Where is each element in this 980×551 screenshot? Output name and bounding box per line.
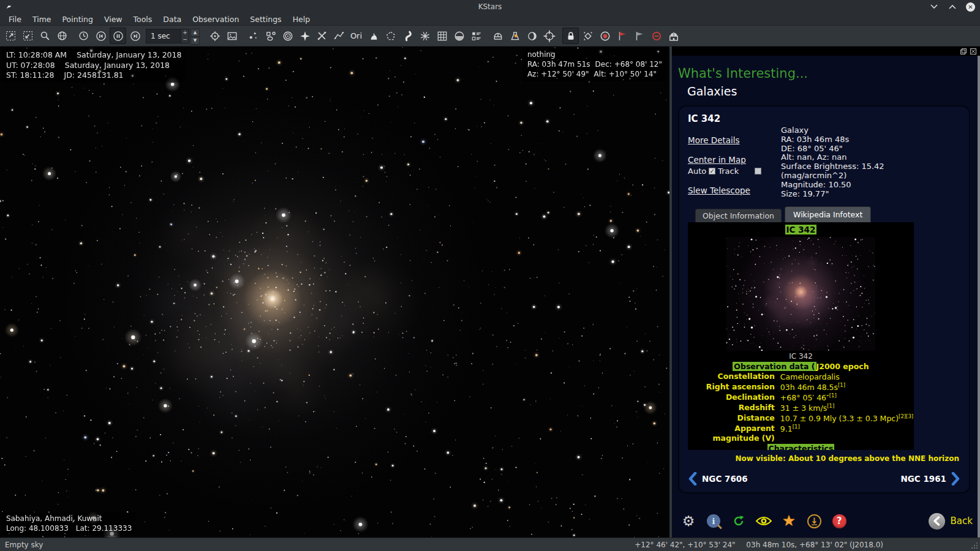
menu-view[interactable]: View [99,14,127,24]
toggle-supernovae-icon[interactable] [296,28,313,44]
panel-title: What's Interesting... [678,66,808,81]
tab-object-information[interactable]: Object Information [695,209,782,222]
prev-object-button[interactable]: NGC 7606 [688,472,748,485]
focus-alt: Alt: +10° 50' 14" [594,70,657,78]
toggle-horizontal-grid-icon[interactable] [434,28,450,44]
center-in-map-link[interactable]: Center in Map [688,155,781,165]
main-toolbar: 1 sec +− ▲▼ Ori [0,26,980,47]
close-panel-icon[interactable] [970,48,976,54]
slew-telescope-link[interactable]: Slew Telescope [688,186,781,195]
help-icon[interactable]: ? [831,513,847,529]
close-button[interactable]: ✕ [966,2,975,12]
focus-dec: Dec: +68° 08' 12" [595,60,662,69]
settings-gear-icon[interactable]: ⚙ [680,513,696,529]
maximize-button[interactable] [948,2,957,12]
toggle-planets-icon[interactable] [279,28,296,44]
reload-icon[interactable] [731,513,747,529]
time-step-plus[interactable]: + [181,29,189,36]
sky-map[interactable]: LT: 10:28:08 AMSaturday, January 13, 201… [0,47,669,538]
time-step-forward-icon[interactable] [127,28,143,44]
wikipedia-infotext-view[interactable]: IC 342 IC 342 Observation data (J2000 ep… [688,222,914,450]
auto-label: Auto [688,167,706,176]
set-time-icon[interactable] [75,28,92,44]
find-object-icon[interactable] [37,28,53,44]
toggle-constellation-art-icon[interactable] [365,28,382,44]
universal-date: Saturday, January 13, 2018 [65,61,170,70]
time-step-minus[interactable]: − [181,36,189,43]
red-flag-icon[interactable] [614,28,630,44]
download-icon[interactable] [806,513,822,529]
location-overlay: Sabahiya, Ahmadi, Kuwait Long: 48.100833… [2,512,136,536]
focus-target-icon[interactable] [206,28,223,44]
record-icon[interactable] [597,28,613,44]
toggle-stars-icon[interactable] [245,28,262,44]
panel-scrollbar[interactable] [978,56,980,538]
sky-map-canvas[interactable] [0,47,669,538]
object-name: IC 342 [688,113,960,124]
julian-date: JD: 2458131.81 [64,70,124,80]
menu-tools[interactable]: Tools [129,14,157,24]
panel-footer: ⚙ i ★ ? Back [680,512,973,530]
menu-pointing[interactable]: Pointing [58,14,98,24]
menu-data[interactable]: Data [158,14,186,24]
location-lat: Lat: 29.113333 [76,524,132,533]
dome-icon[interactable] [489,28,506,44]
observation-list-icon[interactable] [468,28,484,44]
tab-wikipedia-infotext[interactable]: Wikipedia Infotext [785,206,871,222]
details-info-icon[interactable]: i [706,513,722,529]
time-unit-up[interactable]: ▲ [190,29,200,37]
time-step-value[interactable]: 1 sec [146,29,181,43]
track-label: Track [718,167,739,176]
resize-grip[interactable] [971,542,978,549]
visibility-eye-icon[interactable] [756,513,772,529]
toggle-constellation-names-icon[interactable]: Ori [348,28,364,44]
wiki-object-photo [726,237,875,351]
menu-observation[interactable]: Observation [187,14,244,24]
snap-icon[interactable] [579,28,596,44]
float-panel-icon[interactable] [960,48,967,54]
toggle-dso-icon[interactable] [262,28,279,44]
zoom-to-fit-icon[interactable] [20,28,36,44]
menu-bar: File Time Pointing View Tools Data Obser… [0,13,980,26]
crosshair-icon[interactable] [541,28,557,44]
time-unit-down[interactable]: ▼ [190,37,200,45]
chevron-left-icon [688,472,697,485]
toggle-constellation-lines-icon[interactable] [331,28,347,44]
next-object-button[interactable]: NGC 1961 [900,472,960,485]
status-bar: Empty sky +12° 46' 42", +10° 53' 24" 03h… [0,538,980,551]
sky-image-icon[interactable] [224,28,240,44]
time-step-spinbox[interactable]: 1 sec +− ▲▼ [146,29,200,43]
pause-icon[interactable] [110,28,126,44]
toggle-equatorial-grid-icon[interactable] [417,28,433,44]
object-nav: NGC 7606 NGC 1961 [688,472,960,485]
toggle-horizon-icon[interactable] [451,28,467,44]
gray-flag-icon[interactable] [631,28,647,44]
auto-checkbox[interactable]: ✓ [709,168,715,174]
menu-settings[interactable]: Settings [245,14,286,24]
menu-file[interactable]: File [4,14,26,24]
panel-title-strip [672,47,980,56]
toggle-milkyway-icon[interactable] [399,28,416,44]
wiki-object-title: IC 342 [785,225,817,234]
menu-time[interactable]: Time [28,14,56,24]
observatory-icon[interactable] [665,28,682,44]
location-place: Sabahiya, Ahmadi, Kuwait [6,514,132,524]
moon-phase-icon[interactable] [524,28,540,44]
table-row: Redshift31 ± 3 km/s[1] [688,403,913,413]
lock-icon[interactable] [562,28,579,44]
more-details-link[interactable]: More Details [688,135,781,145]
remove-circle-icon[interactable] [648,28,665,44]
time-step-back-icon[interactable] [92,28,109,44]
select-region-icon[interactable] [2,28,19,44]
info-tabs: Object Information Wikipedia Infotext [688,206,960,222]
minimize-button[interactable] [929,2,939,12]
geolocation-icon[interactable] [54,28,70,44]
toggle-constellation-bounds-icon[interactable] [382,28,399,44]
favorite-star-icon[interactable]: ★ [781,513,797,529]
back-button[interactable]: Back [929,513,973,530]
menu-help[interactable]: Help [288,14,315,24]
toggle-satellites-icon[interactable] [314,28,330,44]
window-title: KStars [0,2,980,11]
track-checkbox[interactable] [755,168,761,174]
supernova-alert-icon[interactable] [507,28,523,44]
